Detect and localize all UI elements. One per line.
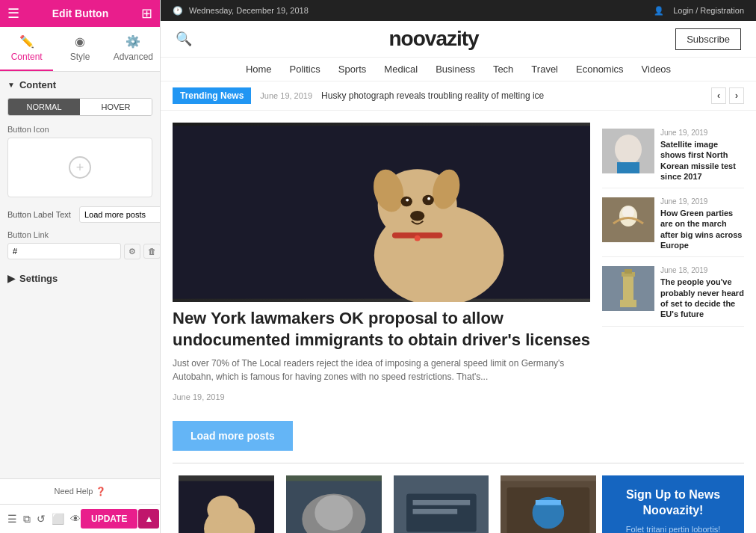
- main-article-area: Business: [161, 111, 756, 421]
- svg-rect-19: [623, 274, 633, 304]
- nav-business[interactable]: Business: [436, 64, 475, 75]
- featured-article-body: New York lawmakers OK proposal to allow …: [173, 302, 590, 409]
- panel-top-bar: ☰ Edit Button ⊞: [0, 0, 160, 27]
- button-icon-preview[interactable]: +: [7, 138, 152, 197]
- eye-icon[interactable]: 👁: [70, 513, 81, 526]
- responsive-icon[interactable]: ⬜: [52, 513, 64, 526]
- featured-article: Business: [173, 123, 590, 409]
- state-tab-bar: NORMAL HOVER: [7, 98, 152, 116]
- svg-point-5: [401, 197, 412, 206]
- update-button[interactable]: UPDATE: [81, 509, 137, 529]
- featured-image: Business: [173, 123, 590, 302]
- hamburger-icon[interactable]: ☰: [7, 5, 19, 22]
- nav-medical[interactable]: Medical: [384, 64, 418, 75]
- update-button-group: UPDATE ▲: [81, 509, 159, 529]
- load-more-section: Load more posts: [161, 421, 756, 463]
- site-nav: Home Politics Sports Medical Business Te…: [161, 58, 756, 81]
- sidebar-article-1-title: Satellite image shows first North Korean…: [660, 139, 744, 182]
- trending-badge: Trending News: [173, 87, 251, 104]
- card-1-image: [179, 475, 274, 533]
- card-1: Business New York lawmakers OK proposal …: [173, 475, 280, 533]
- site-top-bar-left: 🕐 Wednesday, December 19, 2018: [173, 6, 309, 16]
- trending-text: Husky photograph reveals troubling reali…: [321, 90, 702, 101]
- sidebar-thumb-3: [602, 266, 654, 311]
- featured-article-date: June 19, 2019: [173, 392, 225, 401]
- svg-rect-32: [412, 509, 457, 514]
- svg-rect-36: [536, 500, 561, 505]
- state-hover[interactable]: HOVER: [80, 99, 152, 115]
- advanced-icon: ⚙️: [126, 34, 140, 49]
- layers-icon[interactable]: ⧉: [23, 513, 31, 526]
- arrow-right-icon: ▶: [7, 273, 15, 284]
- bottom-toolbar: ☰ ⧉ ↺ ⬜ 👁 UPDATE ▲: [0, 504, 160, 533]
- login-icon: 👤: [654, 6, 664, 16]
- card-4-image: [501, 475, 596, 533]
- card-2: Sports Husky photograph reveals troublin…: [280, 475, 388, 533]
- state-normal[interactable]: NORMAL: [8, 99, 80, 115]
- sidebar-article-2-date: June 19, 2019: [660, 197, 744, 206]
- trending-bar: Trending News June 19, 2019 Husky photog…: [161, 81, 756, 111]
- svg-point-17: [622, 206, 634, 218]
- nav-politics[interactable]: Politics: [290, 64, 320, 75]
- button-link-input[interactable]: [7, 243, 121, 259]
- settings-section-header[interactable]: ▶ Settings: [7, 267, 152, 290]
- edit-icon: ✏️: [19, 34, 34, 49]
- featured-article-excerpt: Just over 70% of The Local readers rejec…: [173, 357, 590, 383]
- site-date: Wednesday, December 19, 2018: [189, 6, 309, 15]
- featured-article-title: New York lawmakers OK proposal to allow …: [173, 308, 590, 351]
- content-section-header[interactable]: ▼ Content: [7, 79, 152, 90]
- sidebar-article-1: June 19, 2019 Satellite image shows firs…: [602, 123, 744, 188]
- link-settings-button[interactable]: ⚙: [124, 244, 140, 259]
- svg-point-25: [207, 496, 239, 523]
- subscribe-button[interactable]: Subscribe: [675, 28, 741, 50]
- trending-next-button[interactable]: ›: [729, 87, 744, 104]
- sidebar-article-3-title: The people you've probably never heard o…: [660, 277, 744, 319]
- button-link-row: ⚙ 🗑: [7, 243, 152, 259]
- search-icon[interactable]: 🔍: [176, 31, 192, 47]
- hamburger-small-icon[interactable]: ☰: [7, 513, 17, 526]
- trending-prev-button[interactable]: ‹: [711, 87, 726, 104]
- delete-link-button[interactable]: 🗑: [143, 244, 160, 259]
- svg-point-11: [415, 235, 421, 241]
- nav-sports[interactable]: Sports: [338, 64, 367, 75]
- arrow-down-icon: ▼: [7, 81, 15, 89]
- tab-content[interactable]: ✏️ Content: [0, 27, 53, 71]
- button-icon-label: Button Icon: [7, 125, 152, 134]
- toolbar-icons: ☰ ⧉ ↺ ⬜ 👁: [7, 513, 81, 526]
- history-icon[interactable]: ↺: [37, 513, 46, 526]
- site-header: 🔍 noovazity Subscribe: [161, 21, 756, 58]
- bottom-cards-section: Business New York lawmakers OK proposal …: [161, 463, 756, 533]
- site-logo: noovazity: [389, 27, 479, 51]
- button-label-input[interactable]: [79, 206, 160, 223]
- tab-style[interactable]: ◉ Style: [53, 27, 106, 71]
- sidebar-article-2-title: How Green parties are on the march after…: [660, 208, 744, 250]
- update-arrow-button[interactable]: ▲: [138, 509, 159, 529]
- svg-rect-14: [617, 162, 639, 173]
- button-label-field-label: Button Label Text: [7, 210, 75, 219]
- load-more-button[interactable]: Load more posts: [173, 421, 293, 451]
- newsletter-box: Sign Up to News Noovazity! Folet tritani…: [602, 475, 744, 533]
- nav-tech[interactable]: Tech: [493, 64, 513, 75]
- sidebar-article-3-date: June 18, 2019: [660, 266, 744, 274]
- tab-advanced[interactable]: ⚙️ Advanced: [107, 27, 160, 71]
- newsletter-title: Sign Up to News Noovazity!: [614, 487, 732, 519]
- card-3-image: [394, 475, 489, 533]
- sidebar-article-2-info: June 19, 2019 How Green parties are on t…: [660, 197, 744, 250]
- sidebar-article-3: June 18, 2019 The people you've probably…: [602, 260, 744, 326]
- nav-home[interactable]: Home: [246, 64, 272, 75]
- nav-videos[interactable]: Videos: [642, 64, 672, 75]
- trending-nav: ‹ ›: [711, 87, 744, 104]
- nav-travel[interactable]: Travel: [531, 64, 558, 75]
- panel-tab-bar: ✏️ Content ◉ Style ⚙️ Advanced: [0, 27, 160, 72]
- button-label-text-row: Button Label Text 🗑: [7, 206, 152, 223]
- sidebar-articles: June 19, 2019 Satellite image shows firs…: [602, 123, 744, 409]
- add-icon: +: [69, 156, 91, 179]
- newsletter-subtitle: Folet tritani pertin lobortis!: [614, 525, 732, 533]
- button-link-label: Button Link: [7, 230, 152, 239]
- panel-title: Edit Button: [52, 7, 108, 19]
- grid-icon[interactable]: ⊞: [141, 5, 152, 22]
- svg-rect-22: [625, 269, 632, 274]
- svg-point-6: [422, 195, 433, 205]
- login-link[interactable]: Login / Registration: [673, 6, 744, 15]
- nav-economics[interactable]: Economics: [576, 64, 624, 75]
